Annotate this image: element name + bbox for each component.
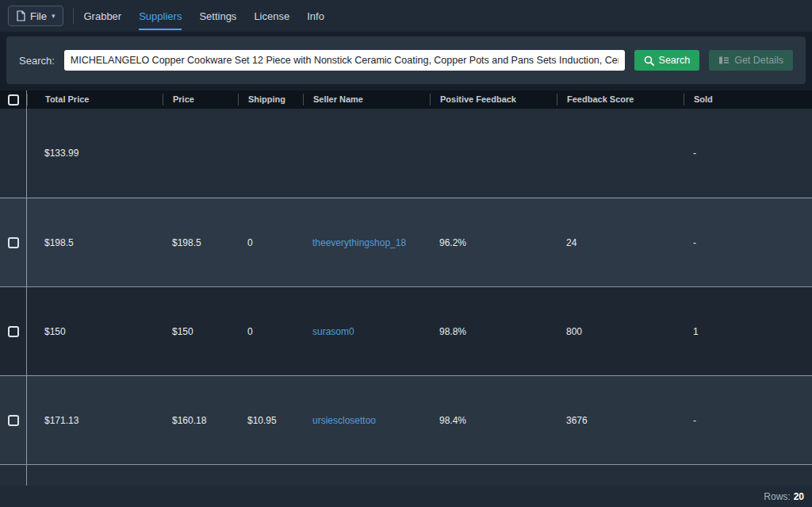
tab-strip: Grabber Suppliers Settings License Info: [83, 2, 324, 30]
menubar: File ▾ Grabber Suppliers Settings Licens…: [0, 0, 812, 32]
search-panel: Search: Search: [6, 36, 806, 84]
results-table: Total Price Price Shipping Seller Name P…: [0, 90, 812, 486]
cell-sold: -: [684, 148, 812, 159]
search-icon: [644, 56, 654, 66]
cell-feedback-score: 24: [557, 237, 684, 248]
menubar-divider: [73, 8, 74, 24]
details-table-icon: [718, 56, 730, 65]
row-checkbox-cell: [0, 287, 27, 375]
seller-link[interactable]: theeverythingshop_18: [303, 237, 430, 248]
header-price: Price: [163, 94, 238, 106]
row-checkbox[interactable]: [8, 237, 19, 248]
row-checkbox[interactable]: [8, 326, 19, 337]
header-total-price: Total Price: [27, 94, 163, 106]
row-checkbox-cell: [0, 376, 27, 464]
file-icon: [17, 10, 25, 21]
cell-sold: -: [684, 237, 812, 248]
file-menu-button[interactable]: File ▾: [8, 6, 63, 26]
file-menu-label: File: [30, 10, 47, 22]
select-all-checkbox[interactable]: [8, 94, 19, 106]
app-window: File ▾ Grabber Suppliers Settings Licens…: [0, 0, 812, 507]
search-label: Search:: [19, 55, 55, 67]
table-header-row: Total Price Price Shipping Seller Name P…: [0, 90, 812, 109]
cell-sold: -: [684, 415, 812, 426]
tab-info[interactable]: Info: [307, 2, 324, 30]
tab-settings[interactable]: Settings: [199, 2, 236, 30]
search-section: Search: Search: [0, 32, 812, 90]
status-bar: Rows: 20: [0, 486, 812, 507]
cell-price: $160.18: [163, 415, 238, 426]
header-seller-name: Seller Name: [303, 94, 430, 106]
table-row[interactable]: $198.5 $198.5 0 theeverythingshop_18 96.…: [0, 198, 812, 286]
row-checkbox-cell: [0, 198, 27, 286]
seller-link[interactable]: surasom0: [303, 326, 430, 337]
select-all-cell: [0, 90, 27, 109]
rows-count: 20: [794, 491, 804, 502]
row-checkbox[interactable]: [8, 415, 19, 426]
header-sold: Sold: [684, 94, 812, 106]
cell-feedback-score: 3676: [557, 415, 684, 426]
cell-positive-feedback: 96.2%: [430, 237, 557, 248]
cell-total-price: $198.5: [27, 237, 163, 248]
get-details-button-label: Get Details: [734, 55, 783, 66]
search-button[interactable]: Search: [634, 50, 700, 71]
cell-total-price: $171.13: [27, 415, 163, 426]
cell-feedback-score: 800: [557, 326, 684, 337]
table-row[interactable]: $171.13 $160.18 $10.95 ursiesclosettoo 9…: [0, 375, 812, 464]
tab-license[interactable]: License: [254, 2, 289, 30]
tab-grabber[interactable]: Grabber: [83, 2, 121, 30]
table-row[interactable]: $133.99 -: [0, 109, 812, 198]
cell-positive-feedback: 98.8%: [430, 326, 557, 337]
table-empty-space: [0, 464, 812, 486]
tab-suppliers[interactable]: Suppliers: [139, 2, 182, 30]
get-details-button[interactable]: Get Details: [709, 50, 793, 71]
cell-total-price: $150: [27, 326, 163, 337]
rows-label: Rows:: [764, 491, 790, 502]
seller-link[interactable]: ursiesclosettoo: [303, 415, 430, 426]
cell-shipping: 0: [238, 326, 303, 337]
row-checkbox-cell: [0, 465, 27, 486]
search-button-label: Search: [659, 55, 691, 66]
header-shipping: Shipping: [238, 94, 303, 106]
cell-positive-feedback: 98.4%: [430, 415, 557, 426]
cell-sold: 1: [684, 326, 812, 337]
table-row[interactable]: $150 $150 0 surasom0 98.8% 800 1: [0, 286, 812, 375]
cell-total-price: $133.99: [27, 148, 163, 159]
cell-shipping: 0: [238, 237, 303, 248]
header-feedback-score: Feedback Score: [557, 94, 684, 106]
cell-price: $150: [163, 326, 238, 337]
cell-price: $198.5: [163, 237, 238, 248]
cell-shipping: $10.95: [238, 415, 303, 426]
search-input[interactable]: [64, 50, 625, 71]
header-positive-feedback: Positive Feedback: [430, 94, 557, 106]
chevron-down-icon: ▾: [52, 12, 56, 20]
row-checkbox-cell: [0, 109, 27, 198]
